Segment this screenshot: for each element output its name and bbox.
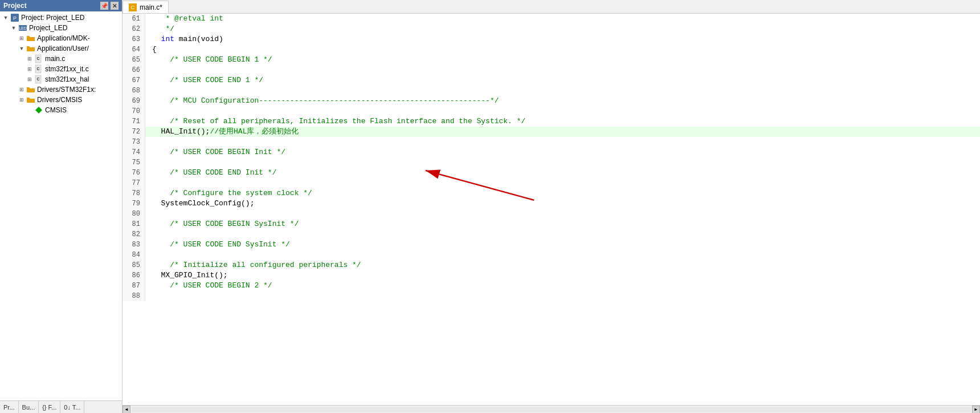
pin-icon[interactable]: 📌 (100, 2, 108, 10)
tree-expand-icon: ⊞ (18, 96, 25, 103)
line-content (145, 178, 157, 188)
tree-item-stm32f1xx_it[interactable]: ⊞Cstm32f1xx_it.c (0, 64, 122, 74)
line-number: 76 (122, 168, 145, 178)
code-line-61: 61 * @retval int (122, 14, 980, 24)
code-line-65: 65 /* USER CODE BEGIN 1 */ (122, 55, 980, 65)
code-line-81: 81 /* USER CODE BEGIN SysInit */ (122, 219, 980, 229)
scroll-track[interactable] (132, 407, 971, 412)
tree-icon-project: LED (18, 23, 27, 33)
tree-item-stm32f1xx_hal[interactable]: ⊞Cstm32f1xx_hal (0, 74, 122, 84)
scroll-left-arrow[interactable]: ◀ (122, 406, 130, 414)
code-line-69: 69 /* MCU Configuration-----------------… (122, 96, 980, 106)
line-number: 62 (122, 24, 145, 34)
tab-label: main.c* (140, 3, 162, 11)
tree-icon-folder (26, 95, 35, 104)
line-number: 74 (122, 147, 145, 157)
code-line-78: 78 /* Configure the system clock */ (122, 188, 980, 199)
line-number: 75 (122, 157, 145, 168)
tree-expand-icon: ▼ (2, 14, 9, 21)
code-editor[interactable]: 61 * @retval int62 */63 int main(void)64… (122, 14, 980, 301)
line-content: int main(void) (145, 34, 223, 44)
tree-item-drivers_cmsis[interactable]: ⊞Drivers/CMSIS (0, 95, 122, 105)
svg-text:LED: LED (19, 26, 27, 30)
line-content: /* USER CODE END Init */ (145, 168, 276, 178)
line-number: 88 (122, 291, 145, 301)
tree-expand-icon: ⊞ (18, 35, 25, 42)
line-content: /* USER CODE END 1 */ (145, 75, 263, 86)
code-line-70: 70 (122, 106, 980, 116)
line-number: 80 (122, 209, 145, 219)
line-content (145, 209, 157, 219)
line-number: 78 (122, 188, 145, 199)
tree-label: Drivers/STM32F1x: (37, 86, 96, 94)
line-content (145, 65, 157, 75)
line-content (145, 229, 157, 240)
line-number: 64 (122, 44, 145, 55)
tree-item-drivers_stm32[interactable]: ⊞Drivers/STM32F1x: (0, 84, 122, 95)
code-line-85: 85 /* Initialize all configured peripher… (122, 260, 980, 270)
tree-item-root[interactable]: ▼PProject: Project_LED (0, 13, 122, 23)
line-content: /* Configure the system clock */ (145, 188, 312, 199)
code-line-75: 75 (122, 157, 980, 168)
code-line-79: 79 SystemClock_Config(); (122, 199, 980, 209)
tree-label: Application/User/ (37, 44, 89, 52)
line-content: { (145, 44, 157, 55)
code-line-73: 73 (122, 137, 980, 147)
tree-item-app_mdk[interactable]: ⊞Application/MDK- (0, 33, 122, 43)
line-content: * @retval int (145, 14, 223, 24)
tree-icon-folder (26, 44, 35, 53)
line-content (145, 106, 157, 116)
code-line-84: 84 (122, 250, 980, 260)
line-number: 69 (122, 96, 145, 106)
tree-item-main_c[interactable]: ⊞Cmain.c (0, 54, 122, 64)
svg-text:C: C (36, 56, 39, 60)
line-number: 79 (122, 199, 145, 209)
close-icon[interactable]: ✕ (111, 2, 119, 10)
sidebar-title-icons: 📌 ✕ (100, 2, 119, 10)
tree-label: main.c (45, 55, 65, 63)
line-content[interactable]: HAL_Init();//使用HAL库，必须初始化 (145, 127, 299, 137)
svg-text:C: C (36, 77, 39, 81)
horizontal-scrollbar[interactable]: ◀ ▶ (122, 405, 980, 413)
tree-expand-icon: ⊞ (26, 66, 33, 72)
line-number: 65 (122, 55, 145, 65)
code-line-83: 83 /* USER CODE END SysInit */ (122, 240, 980, 250)
sidebar-bottom-tabs: Pr...Bu...{} F...0↓ T... (0, 400, 122, 413)
code-line-63: 63 int main(void) (122, 34, 980, 44)
tree-item-project_led[interactable]: ▼LEDProject_LED (0, 23, 122, 33)
line-number: 68 (122, 86, 145, 96)
tree-expand-icon: ⊞ (18, 86, 25, 93)
line-number: 73 (122, 137, 145, 147)
tree-icon-file_c: C (34, 54, 43, 63)
line-content: /* Reset of all peripherals, Initializes… (145, 116, 525, 127)
sidebar-tab-templates_tab[interactable]: 0↓ T... (60, 401, 84, 413)
code-line-88: 88 (122, 291, 980, 301)
tree-icon-file_c: C (34, 75, 43, 84)
code-line-74: 74 /* USER CODE BEGIN Init */ (122, 147, 980, 157)
line-number: 67 (122, 75, 145, 86)
line-content: SystemClock_Config(); (145, 199, 254, 209)
line-content (145, 291, 157, 301)
sidebar-tab-functions_tab[interactable]: {} F... (39, 401, 60, 413)
tree-label: Drivers/CMSIS (37, 96, 82, 104)
tree-item-app_user[interactable]: ▼Application/User/ (0, 43, 122, 54)
code-line-86: 86 MX_GPIO_Init(); (122, 270, 980, 281)
code-line-71: 71 /* Reset of all peripherals, Initiali… (122, 116, 980, 127)
code-line-72: 72 HAL_Init();//使用HAL库，必须初始化 (122, 127, 980, 137)
svg-marker-10 (35, 107, 42, 114)
editor-tab-main-c[interactable]: C main.c* (122, 1, 169, 13)
code-line-62: 62 */ (122, 24, 980, 34)
tree-icon-file_c: C (34, 64, 43, 74)
sidebar-tab-build_tab[interactable]: Bu... (19, 401, 39, 413)
sidebar-tree: ▼PProject: Project_LED▼LEDProject_LED⊞Ap… (0, 11, 122, 400)
line-content: /* USER CODE BEGIN 1 */ (145, 55, 272, 65)
scroll-right-arrow[interactable]: ▶ (972, 406, 980, 414)
tree-icon-diamond (34, 106, 43, 115)
line-number: 71 (122, 116, 145, 127)
line-number: 86 (122, 270, 145, 281)
tree-item-cmsis[interactable]: CMSIS (0, 105, 122, 115)
svg-text:C: C (36, 67, 39, 71)
tree-label: Project: Project_LED (21, 14, 84, 22)
code-line-82: 82 (122, 229, 980, 240)
sidebar-tab-project_tab[interactable]: Pr... (0, 401, 19, 413)
